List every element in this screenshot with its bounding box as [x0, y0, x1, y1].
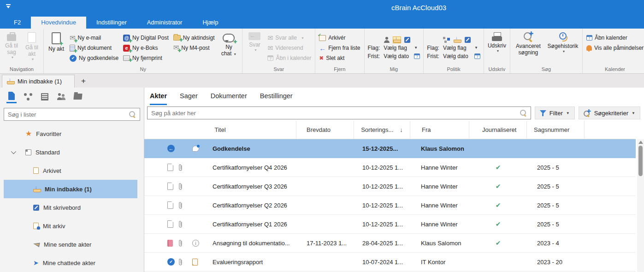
table-row[interactable]: Certifikatfornyelser Q4 2026 10-12-2025 …	[144, 158, 636, 177]
new-digital-post-button[interactable]: @✚ Ny Digital Post	[122, 33, 170, 43]
group-label-navigation: Navigation	[1, 66, 42, 73]
choose-flag-dropdown[interactable]: Vælg flag	[384, 45, 410, 51]
table-row[interactable]: ✔ Evalueringsrapport 10-07-2024 1... IT …	[144, 253, 636, 272]
new-access-request-button[interactable]: ✚ Ny aktindsigt	[172, 33, 216, 42]
open-in-calendar-button[interactable]: 7 Åbn i kalender	[266, 53, 313, 63]
calendar-icon[interactable]: 7	[414, 53, 420, 59]
title-bar: cBrain AcCloud03	[0, 0, 644, 17]
tab-bestillinger[interactable]: Bestillinger	[260, 92, 293, 105]
menu-tab-administrator[interactable]: Administrator	[137, 17, 193, 29]
paper-plane-icon	[33, 242, 40, 248]
tree-item-mine-sendte-akter[interactable]: Mine sendte akter	[0, 235, 144, 254]
new-document-button[interactable]: ✚ Nyt dokument	[68, 43, 120, 53]
column-header-sagsnummer[interactable]: Sagsnummer	[527, 121, 585, 139]
ribbon-group-navigation: Gå til sag▼ Gå til akt▼ Navigation	[0, 29, 44, 73]
record-title: Godkendelse	[213, 145, 250, 152]
column-header-fra[interactable]: Fra	[410, 121, 469, 139]
record-title: Certifikatfornyelser Q1 2026	[213, 221, 287, 228]
participants-view-button[interactable]	[56, 93, 66, 102]
calendar-icon[interactable]: 7	[474, 53, 480, 59]
scrollbar-thumb[interactable]	[638, 146, 643, 176]
remove-from-list-button[interactable]: ← Fjern fra liste	[318, 43, 361, 53]
column-header-titel[interactable]: Titel	[144, 121, 296, 139]
table-row[interactable]: Certifikatfornyelser Q2 2026 10-12-2025 …	[144, 196, 636, 215]
view-tab-min-indbakke[interactable]: Min indbakke (1)	[2, 75, 75, 88]
tree-item-arkivet[interactable]: Arkivet	[0, 161, 144, 180]
tree-item-mit-arkiv[interactable]: Mit arkiv	[0, 217, 144, 235]
choose-date-dropdown[interactable]: Vælg dato	[384, 53, 410, 59]
desktop-icon[interactable]	[404, 37, 410, 43]
print-button[interactable]: Udskriv▼	[485, 30, 508, 66]
add-tab-button[interactable]: +	[75, 77, 92, 88]
my-inbox-toggle[interactable]	[393, 37, 401, 43]
vertical-scrollbar[interactable]	[637, 139, 644, 272]
lists-view-button[interactable]	[6, 92, 17, 103]
new-record-button[interactable]: ✚ Ny akt	[45, 30, 67, 66]
new-approval-button[interactable]: ✔ Ny godkendelse	[68, 53, 120, 63]
group-label-sog: Søg	[512, 66, 581, 73]
sidebar-tree: ★ Favoritter Standard Arkivet Min indbak…	[0, 124, 144, 272]
tree-item-min-indbakke[interactable]: Min indbakke (1)	[4, 180, 137, 198]
search-history-button[interactable]: Søgehistorik▼	[545, 30, 581, 66]
flag-dropdown-arrow-icon[interactable]: ▼	[474, 46, 480, 50]
tab-sager[interactable]: Sager	[180, 92, 198, 105]
ribbon-group-sog: ✚ Avanceret søgning Søgehistorik▼ Søg	[510, 29, 583, 73]
new-m4-post-button[interactable]: ✉✚ Ny M4-post	[172, 43, 216, 53]
delete-record-button[interactable]: ✖ Slet akt	[318, 53, 361, 63]
show-reminders-button[interactable]: Vis alle påmindelser	[585, 43, 644, 53]
org-chart-icon[interactable]	[443, 37, 450, 43]
folders-view-button[interactable]	[73, 94, 83, 101]
journalized-check: ✔	[496, 183, 501, 190]
tree-item-standard[interactable]: Standard	[0, 143, 144, 161]
forward-button[interactable]: ✉ Videresend	[266, 43, 313, 53]
person-icon[interactable]	[384, 37, 390, 43]
choose-date-dropdown[interactable]: Vælg dato	[443, 53, 471, 59]
column-header-sortering[interactable]: Sorterings...↓	[354, 121, 410, 139]
table-row[interactable]: i Ansøgning til dokumentatio... 17-11-20…	[144, 234, 636, 253]
table-header-row: Titel Brevdato Sorterings...↓ Fra Journa…	[144, 121, 636, 139]
tree-item-mit-skrivebord[interactable]: Mit skrivebord	[0, 198, 144, 217]
reply-all-button[interactable]: ✉ Svar alle▼	[266, 33, 313, 43]
desktop-icon[interactable]	[465, 37, 471, 43]
search-criteria-button[interactable]: ✚ Søgekriterier ▼	[579, 106, 640, 119]
archive-button[interactable]: Arkivér	[318, 33, 361, 43]
column-header-journaliseret[interactable]: Journaliseret	[469, 121, 527, 139]
open-calendar-button[interactable]: 7 Åbn kalender	[585, 33, 644, 42]
archive-view-button[interactable]	[40, 93, 50, 102]
flag-dropdown-arrow-icon[interactable]: ▼	[414, 46, 420, 50]
inbox-icon[interactable]	[454, 37, 461, 43]
menu-tab-f2[interactable]: F2	[4, 17, 31, 29]
new-eboks-button[interactable]: e✚ Ny e-Boks	[122, 43, 170, 53]
table-row[interactable]: Certifikatfornyelser Q1 2026 10-12-2025 …	[144, 215, 636, 234]
paperclip-icon	[178, 220, 183, 228]
new-email-button[interactable]: ✉✚ Ny e-mail	[68, 33, 120, 43]
sidebar-search-input[interactable]	[8, 111, 129, 118]
filter-button[interactable]: Filter ▼	[535, 106, 575, 119]
group-label-udskriv: Udskriv	[485, 66, 508, 73]
table-row[interactable]: Certifikatfornyelser Q3 2026 10-12-2025 …	[144, 177, 636, 196]
new-chat-button[interactable]: ✚ Ny chat▼	[217, 30, 241, 66]
record-search-input[interactable]	[151, 110, 520, 117]
menu-tab-hjaelp[interactable]: Hjælp	[192, 17, 228, 29]
scroll-up-icon[interactable]	[638, 141, 643, 144]
tab-akter[interactable]: Akter	[150, 92, 167, 105]
new-remote-print-button[interactable]: ✚ Ny fjernprint	[122, 53, 170, 63]
goto-case-button[interactable]: Gå til sag▼	[1, 30, 22, 66]
menu-tab-hovedvindue[interactable]: Hovedvindue	[31, 17, 86, 29]
chevron-down-icon[interactable]	[11, 149, 16, 154]
table-row[interactable]: ← Godkendelse 15-12-2025... Klaus Salomo…	[144, 139, 636, 158]
goto-record-button[interactable]: Gå til akt▼	[22, 30, 42, 66]
tab-dokumenter[interactable]: Dokumenter	[211, 92, 247, 105]
advanced-search-button[interactable]: ✚ Avanceret søgning	[512, 30, 545, 66]
ribbon-group-politik: Flag: Vælg flag ▼ Frist: Vælg dato 7 Pol…	[424, 29, 484, 73]
menu-tab-indstillinger[interactable]: Indstillinger	[86, 17, 137, 29]
sidebar-icon-row	[0, 88, 144, 105]
tree-item-mine-chattede-akter[interactable]: ➤ Mine chattede akter	[0, 254, 144, 272]
choose-flag-dropdown[interactable]: Vælg flag	[443, 45, 471, 51]
ribbon: Gå til sag▼ Gå til akt▼ Navigation ✚ Ny …	[0, 29, 644, 74]
reply-button[interactable]: Svar▼	[244, 30, 265, 66]
record-title: Ansøgning til dokumentatio...	[213, 240, 290, 247]
units-view-button[interactable]	[23, 93, 33, 102]
column-header-brevdato[interactable]: Brevdato	[296, 121, 354, 139]
tree-item-favoritter[interactable]: ★ Favoritter	[0, 124, 144, 143]
